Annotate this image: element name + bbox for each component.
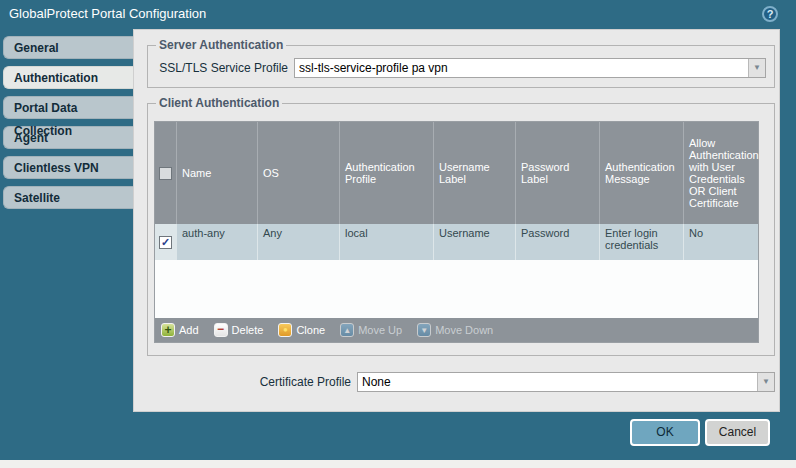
tab-authentication[interactable]: Authentication bbox=[3, 66, 133, 89]
cell-os: Any bbox=[258, 224, 340, 260]
row-checkbox[interactable]: ✓ bbox=[159, 236, 172, 249]
add-button[interactable]: + Add bbox=[161, 323, 199, 337]
delete-button[interactable]: − Delete bbox=[214, 323, 264, 337]
add-button-label: Add bbox=[179, 324, 199, 336]
tab-satellite[interactable]: Satellite bbox=[3, 186, 133, 209]
table-header-row: Name OS Authentication Profile Username … bbox=[155, 122, 758, 224]
select-all-checkbox[interactable] bbox=[159, 167, 172, 180]
server-authentication-legend: Server Authentication bbox=[156, 38, 286, 52]
certificate-profile-dropdown[interactable]: None ▼ bbox=[357, 372, 775, 392]
column-header-name[interactable]: Name bbox=[177, 122, 258, 224]
column-header-username-label[interactable]: Username Label bbox=[434, 122, 516, 224]
client-authentication-table: Name OS Authentication Profile Username … bbox=[154, 121, 759, 343]
certificate-profile-label: Certificate Profile bbox=[147, 375, 351, 389]
chevron-down-icon[interactable]: ▼ bbox=[748, 59, 765, 77]
cell-allow-authentication: No bbox=[684, 224, 758, 260]
dialog-title: GlobalProtect Portal Configuration bbox=[9, 6, 206, 21]
move-up-button[interactable]: ▲ Move Up bbox=[340, 323, 402, 337]
ok-button[interactable]: OK bbox=[630, 419, 700, 446]
clone-button-label: Clone bbox=[296, 324, 325, 336]
column-header-authentication-message[interactable]: Authentication Message bbox=[600, 122, 684, 224]
column-header-authentication-profile[interactable]: Authentication Profile bbox=[340, 122, 434, 224]
move-down-button-label: Move Down bbox=[435, 324, 493, 336]
main-panel: Server Authentication SSL/TLS Service Pr… bbox=[133, 29, 780, 412]
table-row[interactable]: ✓ auth-any Any local Username Password E… bbox=[155, 224, 758, 260]
move-down-button[interactable]: ▼ Move Down bbox=[417, 323, 493, 337]
move-up-icon: ▲ bbox=[340, 323, 354, 337]
globalprotect-portal-config-dialog: GlobalProtect Portal Configuration ? Gen… bbox=[0, 0, 796, 468]
table-toolbar: + Add − Delete ● Clone ▲ Move Up ▼ Mov bbox=[155, 318, 758, 342]
tab-clientless-vpn[interactable]: Clientless VPN bbox=[3, 156, 133, 179]
delete-button-label: Delete bbox=[232, 324, 264, 336]
cell-username-label: Username bbox=[434, 224, 516, 260]
client-authentication-legend: Client Authentication bbox=[156, 96, 282, 110]
move-down-icon: ▼ bbox=[417, 323, 431, 337]
column-header-os[interactable]: OS bbox=[258, 122, 340, 224]
chevron-down-icon[interactable]: ▼ bbox=[757, 373, 774, 391]
cell-name: auth-any bbox=[177, 224, 258, 260]
move-up-button-label: Move Up bbox=[358, 324, 402, 336]
tab-general[interactable]: General bbox=[3, 36, 133, 59]
cancel-button[interactable]: Cancel bbox=[705, 419, 770, 446]
clone-button[interactable]: ● Clone bbox=[278, 323, 325, 337]
clone-icon: ● bbox=[278, 323, 292, 337]
help-icon[interactable]: ? bbox=[762, 6, 778, 22]
table-empty-area bbox=[155, 260, 758, 318]
column-header-allow-authentication[interactable]: Allow Authentication with User Credentia… bbox=[684, 122, 764, 224]
ssl-tls-service-profile-dropdown[interactable]: ssl-tls-service-profile pa vpn ▼ bbox=[294, 58, 766, 78]
cell-authentication-message: Enter login credentials bbox=[600, 224, 684, 260]
column-header-password-label[interactable]: Password Label bbox=[516, 122, 600, 224]
ssl-tls-service-profile-value: ssl-tls-service-profile pa vpn bbox=[295, 59, 765, 77]
dialog-titlebar: GlobalProtect Portal Configuration bbox=[0, 0, 796, 28]
row-checkbox-cell: ✓ bbox=[155, 224, 177, 260]
server-authentication-section: Server Authentication SSL/TLS Service Pr… bbox=[147, 38, 775, 88]
certificate-profile-value: None bbox=[358, 373, 774, 391]
checkbox-check-icon: ✓ bbox=[161, 236, 170, 248]
cell-authentication-profile: local bbox=[340, 224, 434, 260]
delete-icon: − bbox=[214, 323, 228, 337]
select-all-header-cell bbox=[155, 122, 177, 224]
ssl-tls-service-profile-label: SSL/TLS Service Profile bbox=[156, 61, 288, 75]
add-icon: + bbox=[161, 323, 175, 337]
sidebar-tabs: General Authentication Portal Data Colle… bbox=[3, 36, 133, 216]
tab-portal-data-collection[interactable]: Portal Data Collection bbox=[3, 96, 133, 119]
bottom-strip bbox=[0, 460, 796, 468]
cell-password-label: Password bbox=[516, 224, 600, 260]
